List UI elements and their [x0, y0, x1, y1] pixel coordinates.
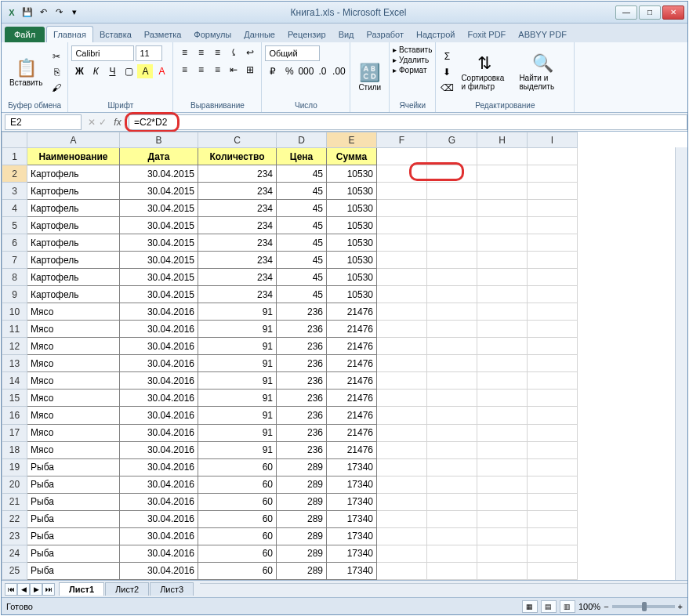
cell[interactable]: [528, 286, 578, 303]
cell[interactable]: [377, 303, 427, 321]
cell[interactable]: 289: [277, 545, 327, 562]
cell[interactable]: 236: [277, 441, 327, 458]
cell[interactable]: 289: [277, 493, 327, 510]
close-button[interactable]: ✕: [662, 5, 684, 20]
cell[interactable]: 60: [198, 510, 277, 527]
cell[interactable]: [377, 372, 427, 390]
cell[interactable]: Картофель: [27, 286, 120, 303]
excel-icon[interactable]: X: [5, 5, 19, 20]
cell[interactable]: [528, 303, 578, 321]
cell[interactable]: [477, 372, 528, 390]
dec-dec-icon[interactable]: .00: [331, 64, 346, 78]
view-pagebreak-icon[interactable]: ▥: [560, 600, 575, 613]
undo-icon[interactable]: ↶: [36, 5, 50, 20]
dec-inc-icon[interactable]: .0: [314, 64, 330, 78]
cell[interactable]: [377, 424, 427, 441]
save-icon[interactable]: 💾: [20, 5, 34, 20]
tab-abbyy[interactable]: ABBYY PDF: [512, 27, 573, 42]
fx-icon[interactable]: fx: [110, 117, 125, 128]
zoom-slider[interactable]: [612, 605, 675, 608]
cell[interactable]: 45: [277, 183, 327, 200]
cell[interactable]: [477, 493, 528, 510]
cell[interactable]: 236: [277, 424, 327, 441]
row-header[interactable]: 11: [2, 321, 27, 338]
cell[interactable]: 17340: [327, 493, 377, 510]
cell[interactable]: [477, 527, 528, 545]
col-header-I[interactable]: I: [528, 132, 578, 148]
cell[interactable]: 289: [277, 562, 327, 579]
cell[interactable]: [528, 321, 578, 338]
cell[interactable]: 30.04.2016: [120, 303, 198, 321]
border-icon[interactable]: ▢: [121, 64, 136, 78]
cell[interactable]: 17340: [327, 458, 377, 476]
row-header[interactable]: 5: [2, 217, 27, 234]
row-header[interactable]: 7: [2, 252, 27, 269]
cell[interactable]: Картофель: [27, 269, 120, 286]
cell[interactable]: 30.04.2016: [120, 321, 198, 338]
paste-button[interactable]: 📋 Вставить: [5, 56, 47, 89]
cell[interactable]: [477, 510, 528, 527]
align-right-icon[interactable]: ≡: [209, 63, 225, 77]
row-header[interactable]: 10: [2, 303, 27, 321]
row-header[interactable]: 8: [2, 269, 27, 286]
cell[interactable]: 234: [198, 217, 277, 234]
cell[interactable]: 10530: [327, 286, 377, 303]
cell[interactable]: 30.04.2016: [120, 493, 198, 510]
cell[interactable]: Рыба: [27, 510, 120, 527]
cell[interactable]: 234: [198, 269, 277, 286]
tab-insert[interactable]: Вставка: [93, 27, 138, 42]
cell[interactable]: 30.04.2016: [120, 527, 198, 545]
cell[interactable]: 30.04.2016: [120, 372, 198, 390]
cell[interactable]: 17340: [327, 476, 377, 493]
cell[interactable]: [377, 338, 427, 355]
cell[interactable]: [528, 372, 578, 390]
cell[interactable]: 45: [277, 234, 327, 252]
cell[interactable]: [528, 441, 578, 458]
cell[interactable]: 21476: [327, 303, 377, 321]
header-cell[interactable]: Сумма: [327, 148, 377, 165]
formula-input[interactable]: =C2*D2: [129, 114, 687, 130]
cell[interactable]: [377, 286, 427, 303]
cell[interactable]: [427, 183, 477, 200]
cell[interactable]: [477, 217, 528, 234]
cell[interactable]: [377, 493, 427, 510]
cell[interactable]: [377, 200, 427, 217]
cell[interactable]: 91: [198, 321, 277, 338]
cell[interactable]: [477, 183, 528, 200]
cell[interactable]: 91: [198, 424, 277, 441]
format-painter-icon[interactable]: 🖌: [49, 81, 64, 95]
cell[interactable]: 234: [198, 165, 277, 183]
sheet-nav-last[interactable]: ⏭: [42, 583, 55, 596]
cell[interactable]: [427, 493, 477, 510]
cell[interactable]: [427, 476, 477, 493]
cell[interactable]: Мясо: [27, 303, 120, 321]
cell[interactable]: 45: [277, 269, 327, 286]
font-size-combo[interactable]: 11: [136, 45, 162, 61]
cell[interactable]: [477, 458, 528, 476]
underline-icon[interactable]: Ч: [104, 64, 120, 78]
header-cell[interactable]: Дата: [120, 148, 198, 165]
cell[interactable]: Рыба: [27, 562, 120, 579]
cell[interactable]: [427, 286, 477, 303]
cell[interactable]: 30.04.2015: [120, 200, 198, 217]
cell[interactable]: 30.04.2016: [120, 407, 198, 424]
cell[interactable]: 30.04.2016: [120, 355, 198, 372]
cell[interactable]: 236: [277, 372, 327, 390]
cell[interactable]: Картофель: [27, 183, 120, 200]
cell[interactable]: 91: [198, 338, 277, 355]
cell[interactable]: 10530: [327, 269, 377, 286]
indent-dec-icon[interactable]: ⇤: [226, 63, 241, 77]
cell[interactable]: [427, 321, 477, 338]
cell[interactable]: 21476: [327, 355, 377, 372]
cell[interactable]: Картофель: [27, 165, 120, 183]
select-all-corner[interactable]: [2, 132, 27, 148]
cell[interactable]: [528, 458, 578, 476]
cell[interactable]: 91: [198, 355, 277, 372]
sheet-tab-1[interactable]: Лист1: [59, 582, 104, 596]
cell[interactable]: 91: [198, 303, 277, 321]
cell[interactable]: Картофель: [27, 200, 120, 217]
tab-home[interactable]: Главная: [46, 26, 93, 42]
cell[interactable]: 30.04.2015: [120, 234, 198, 252]
cell[interactable]: [477, 234, 528, 252]
header-cell[interactable]: Количество: [198, 148, 277, 165]
